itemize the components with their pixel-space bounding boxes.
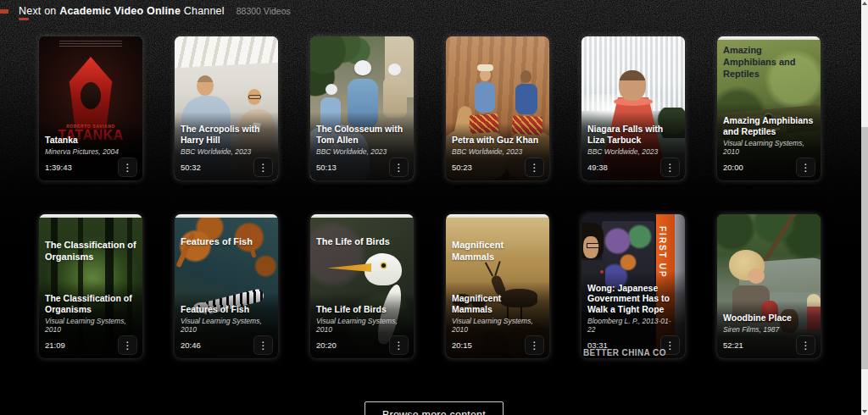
scrollbar-track[interactable] [861,0,868,415]
video-card[interactable]: Woodbine Place Siren Films, 1987 52:21 ⋮ [717,214,821,358]
video-duration: 49:38 [587,163,608,172]
video-info: The Classification of Organisms Visual L… [39,281,142,358]
video-publisher: Siren Films, 1987 [723,325,815,334]
more-options-button[interactable]: ⋮ [119,158,136,176]
more-options-button[interactable]: ⋮ [526,336,543,354]
art-shape [748,268,765,284]
video-info: The Colosseum with Tom Allen BBC Worldwi… [310,112,414,180]
video-duration: 50:13 [316,163,337,172]
art-shape [388,64,401,75]
video-duration: 50:23 [452,163,472,172]
video-title[interactable]: Magnificent Mammals [452,293,543,315]
kebab-menu-icon: ⋮ [123,163,133,173]
video-title[interactable]: The Acropolis with Harry Hill [181,124,272,146]
video-title[interactable]: The Colosseum with Tom Allen [316,124,408,146]
art-shape [475,82,495,113]
video-meta-row: 21:09 ⋮ [45,336,136,354]
video-row-2: The Classification of Organisms The Clas… [39,214,821,358]
video-info: Wong: Japanese Government Has to Walk a … [581,271,685,358]
video-duration: 1:39:43 [45,163,72,172]
slide-title-text: Magnificent Mammals [452,240,545,263]
kebab-menu-icon: ⋮ [801,340,811,351]
art-shape [175,214,278,218]
art-shape [619,70,646,101]
more-options-button[interactable]: ⋮ [390,158,408,176]
kebab-menu-icon: ⋮ [259,163,269,173]
more-options-button[interactable]: ⋮ [119,336,136,354]
art-shape [515,84,537,114]
channel-title-prefix: Next on [19,5,56,17]
video-publisher: Visual Learning Systems, 2010 [45,317,136,334]
art-shape [485,263,493,277]
kebab-menu-icon: ⋮ [394,340,404,351]
logo-fragment [0,9,8,14]
art-shape [494,261,500,276]
kebab-menu-icon: ⋮ [801,163,811,173]
kebab-menu-icon: ⋮ [530,163,540,173]
video-card[interactable]: Features of Fish Features of Fish Visual… [175,214,278,358]
video-title[interactable]: Amazing Amphibians and Reptiles [723,115,815,137]
video-card[interactable]: The Classification of Organisms The Clas… [39,214,142,358]
video-title[interactable]: Woodbine Place [723,313,815,324]
video-meta-row: 50:32 ⋮ [181,158,272,176]
channel-header: Next on Academic Video Online Channel 88… [19,5,291,17]
more-options-button[interactable]: ⋮ [526,158,543,176]
video-title[interactable]: Tatanka [45,135,136,146]
video-meta-row: 20:15 ⋮ [452,336,543,354]
video-duration: 20:20 [316,340,337,350]
video-info: Petra with Guz Khan BBC Worldwide, 2023 … [446,123,549,180]
more-options-button[interactable]: ⋮ [390,336,408,354]
video-card[interactable]: FIRST UP BETTER CHINA CO Wong: Japanese … [581,214,685,358]
video-title[interactable]: Petra with Guz Khan [452,135,543,146]
video-card[interactable]: The Acropolis with Harry Hill BBC Worldw… [175,36,278,180]
art-shape [175,36,278,69]
more-options-button[interactable]: ⋮ [797,336,815,354]
video-card[interactable]: The Colosseum with Tom Allen BBC Worldwi… [310,36,414,180]
video-card[interactable]: Petra with Guz Khan BBC Worldwide, 2023 … [446,36,549,180]
video-duration: 20:15 [452,340,472,350]
video-card[interactable]: Niagara Falls with Liza Tarbuck BBC Worl… [581,36,685,180]
video-card[interactable]: Magnificent Mammals Magnificent Mammals … [446,214,549,358]
video-duration: 20:46 [181,340,201,350]
browse-more-content-button[interactable]: Browse more content [364,401,504,415]
video-publisher: Visual Learning Systems, 2010 [316,317,408,334]
video-publisher: BBC Worldwide, 2023 [587,147,679,156]
video-duration: 21:09 [45,340,65,350]
video-meta-row: 20:46 ⋮ [181,336,272,354]
video-meta-row: 49:38 ⋮ [587,158,679,176]
video-info: Niagara Falls with Liza Tarbuck BBC Worl… [581,112,685,180]
scrollbar-thumb[interactable] [861,127,868,369]
more-options-button[interactable]: ⋮ [797,158,815,176]
video-publisher: BBC Worldwide, 2023 [181,147,272,156]
slide-title-text: Amazing Amphibians and Reptiles [723,45,816,80]
video-count: 88300 Videos [236,6,291,16]
art-shape [446,214,549,218]
more-options-button[interactable]: ⋮ [254,158,272,176]
scrollbar-down-arrow-icon[interactable] [862,410,867,413]
video-title[interactable]: The Life of Birds [316,304,408,315]
video-meta-row: 52:21 ⋮ [723,336,815,354]
art-shape [477,64,493,71]
more-options-button[interactable]: ⋮ [254,336,272,354]
more-options-button[interactable]: ⋮ [661,158,679,176]
art-shape [326,84,337,95]
kebab-menu-icon: ⋮ [123,340,133,351]
video-info: Amazing Amphibians and Reptiles Visual L… [717,103,821,180]
art-shape [59,41,121,47]
video-title[interactable]: Wong: Japanese Government Has to Walk a … [587,283,679,315]
kebab-menu-icon: ⋮ [394,163,404,173]
video-card[interactable]: ROBERTO SAVIANO TATANKA Tatanka Minerva … [39,36,142,180]
video-title[interactable]: Features of Fish [181,304,272,315]
video-title[interactable]: Niagara Falls with Liza Tarbuck [587,124,679,146]
video-title[interactable]: The Classification of Organisms [45,293,136,315]
scrollbar-up-arrow-icon[interactable] [862,2,867,5]
video-card[interactable]: The Life of Birds The Life of Birds Visu… [310,214,414,358]
video-info: The Acropolis with Harry Hill BBC Worldw… [175,112,278,180]
video-card[interactable]: Amazing Amphibians and Reptiles Amazing … [717,36,821,180]
video-row-1: ROBERTO SAVIANO TATANKA Tatanka Minerva … [39,36,821,180]
video-publisher: BBC Worldwide, 2023 [452,147,543,156]
channel-title: Next on Academic Video Online Channel [19,5,225,17]
art-shape [520,70,531,83]
art-shape [197,75,214,96]
video-publisher: Minerva Pictures, 2004 [45,147,136,156]
